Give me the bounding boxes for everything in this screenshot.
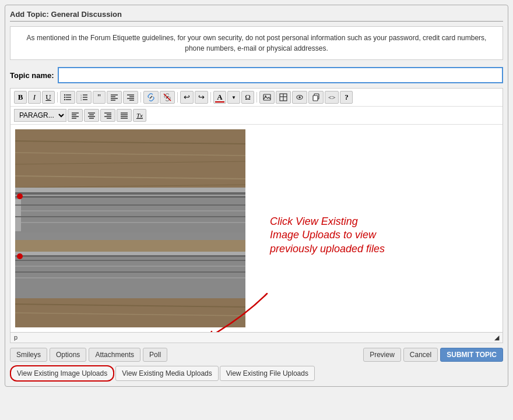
copy-button[interactable]: [308, 91, 324, 104]
media-uploads-tab[interactable]: View Existing Media Uploads: [115, 366, 219, 381]
svg-rect-66: [15, 252, 245, 255]
italic-button[interactable]: I: [28, 91, 41, 104]
bottom-left-btns: Smileys Options Attachments Poll: [10, 348, 167, 362]
svg-point-3: [64, 94, 65, 96]
blockquote-button[interactable]: ": [93, 91, 106, 104]
unlink-button[interactable]: [160, 91, 175, 104]
bold-button[interactable]: B: [14, 91, 27, 104]
editor-image: [15, 129, 245, 327]
svg-rect-53: [15, 188, 245, 192]
svg-rect-29: [313, 96, 318, 101]
justify2-button[interactable]: [117, 109, 132, 122]
page-container: Add Topic: General Discussion As mention…: [5, 5, 508, 387]
table-button[interactable]: [276, 91, 291, 104]
link-button[interactable]: [143, 91, 159, 104]
eye-button[interactable]: [292, 91, 307, 104]
align-center2-button[interactable]: [84, 109, 99, 122]
sep2: [140, 92, 141, 103]
editor-content[interactable]: Click View Existing Image Uploads to vie…: [10, 125, 503, 332]
sep3: [177, 92, 178, 103]
omega-button[interactable]: Ω: [241, 91, 254, 104]
bottom-right-btns: Preview Cancel SUBMIT TOPIC: [363, 348, 503, 362]
notice-text: As mentioned in the Forum Etiquette guid…: [27, 34, 487, 52]
svg-point-72: [17, 253, 23, 259]
help-button[interactable]: ?: [340, 91, 353, 104]
undo-button[interactable]: ↩: [180, 91, 194, 104]
topic-name-label: Topic name:: [10, 71, 54, 80]
topic-name-input[interactable]: [58, 67, 503, 83]
smileys-button[interactable]: Smileys: [10, 348, 47, 362]
font-color-button[interactable]: A: [213, 91, 226, 104]
align-left2-button[interactable]: [68, 109, 83, 122]
toolbar-row1: B I U 123 " ↩: [10, 89, 503, 107]
svg-point-4: [64, 97, 65, 98]
svg-rect-64: [15, 240, 245, 252]
svg-point-5: [64, 99, 65, 100]
ul-button[interactable]: [60, 91, 75, 104]
topic-name-row: Topic name:: [10, 67, 503, 83]
options-button[interactable]: Options: [50, 348, 86, 362]
svg-point-63: [17, 193, 23, 199]
page-title: Add Topic: General Discussion: [10, 10, 503, 22]
bottom-buttons-row: Smileys Options Attachments Poll Preview…: [10, 348, 503, 362]
resize-handle[interactable]: ◢: [494, 334, 499, 341]
status-text: p: [14, 334, 17, 341]
file-uploads-tab[interactable]: View Existing File Uploads: [220, 366, 315, 381]
svg-point-27: [298, 96, 301, 98]
gun-image-svg: [15, 129, 245, 327]
annotation-text: Click View Existing Image Uploads to vie…: [270, 215, 427, 256]
svg-rect-58: [15, 199, 21, 231]
editor-container: B I U 123 " ↩: [10, 88, 503, 343]
image-button[interactable]: [259, 91, 275, 104]
svg-rect-56: [15, 196, 245, 197]
redo-button[interactable]: ↪: [195, 91, 208, 104]
code-button[interactable]: <>: [325, 91, 339, 104]
svg-rect-67: [15, 255, 245, 257]
svg-rect-54: [15, 192, 245, 195]
underline-button[interactable]: U: [42, 91, 55, 104]
svg-rect-21: [263, 94, 270, 100]
dropdown-arrow[interactable]: ▼: [227, 91, 240, 104]
sep4: [210, 92, 211, 103]
align-right2-button[interactable]: [100, 109, 115, 122]
paragraph-select[interactable]: PARAGR...: [14, 109, 66, 122]
svg-rect-57: [15, 197, 245, 232]
align-right-button[interactable]: [123, 91, 138, 104]
poll-button[interactable]: Poll: [143, 348, 167, 362]
sep5: [256, 92, 257, 103]
upload-tabs-row: View Existing Image Uploads View Existin…: [10, 365, 503, 382]
clear-formatting-button[interactable]: Tx: [133, 109, 146, 122]
ol-button[interactable]: 123: [76, 91, 92, 104]
svg-rect-65: [15, 252, 245, 298]
sep1: [57, 92, 58, 103]
svg-text:3: 3: [80, 98, 82, 101]
toolbar-row2: PARAGR... Tx: [10, 107, 503, 125]
editor-status: p ◢: [10, 332, 503, 343]
submit-button[interactable]: SUBMIT TOPIC: [440, 348, 503, 362]
image-uploads-tab[interactable]: View Existing Image Uploads: [10, 365, 114, 382]
svg-rect-55: [15, 195, 245, 196]
cancel-button[interactable]: Cancel: [403, 348, 438, 362]
align-left-button[interactable]: [107, 91, 122, 104]
attachments-button[interactable]: Attachments: [89, 348, 140, 362]
preview-button[interactable]: Preview: [363, 348, 401, 362]
notice-box: As mentioned in the Forum Etiquette guid…: [10, 26, 503, 60]
